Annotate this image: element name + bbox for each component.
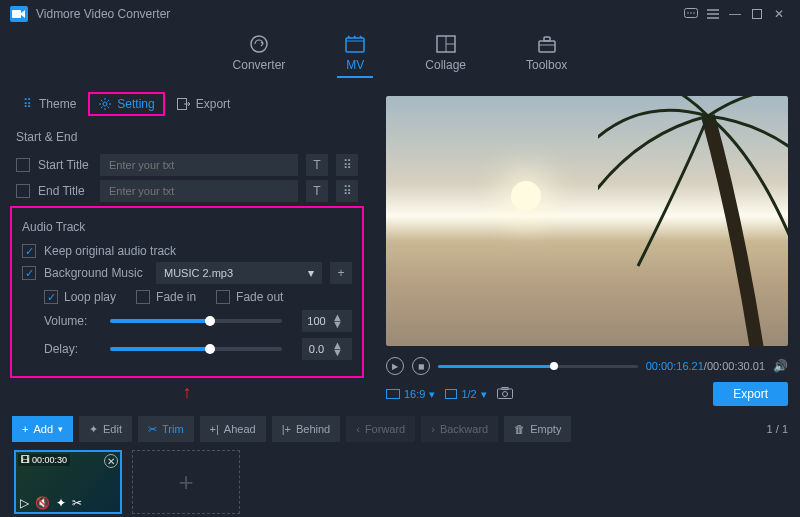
- add-music-button[interactable]: +: [330, 262, 352, 284]
- menu-icon[interactable]: [702, 3, 724, 25]
- svg-point-18: [103, 102, 107, 106]
- end-title-input[interactable]: [100, 180, 298, 202]
- wand-icon: ✦: [89, 423, 98, 436]
- audio-track-section: Audio Track Keep original audio track Ba…: [10, 206, 364, 378]
- bg-music-select[interactable]: MUSIC 2.mp3 ▾: [156, 262, 322, 284]
- volume-value[interactable]: 100▲▼: [302, 310, 352, 332]
- text-style-button[interactable]: T: [306, 154, 328, 176]
- snapshot-button[interactable]: [497, 387, 513, 402]
- forward-button: ‹Forward: [346, 416, 415, 442]
- tab-label: Converter: [233, 58, 286, 72]
- volume-slider[interactable]: [110, 319, 282, 323]
- trim-button[interactable]: ✂Trim: [138, 416, 194, 442]
- bg-music-checkbox[interactable]: [22, 266, 36, 280]
- tab-collage[interactable]: Collage: [417, 34, 474, 78]
- gear-icon: [98, 97, 112, 111]
- scale-select[interactable]: 1/2 ▾: [445, 388, 486, 401]
- tab-label: Toolbox: [526, 58, 567, 72]
- grid-icon: ⠿: [20, 97, 34, 111]
- app-title: Vidmore Video Converter: [36, 7, 680, 21]
- play-icon[interactable]: ▷: [20, 496, 29, 510]
- edit-button[interactable]: ✦Edit: [79, 416, 132, 442]
- keep-audio-checkbox[interactable]: [22, 244, 36, 258]
- subtab-label: Export: [196, 97, 231, 111]
- audio-heading: Audio Track: [16, 214, 358, 240]
- aspect-ratio-select[interactable]: 16:9 ▾: [386, 388, 435, 401]
- app-logo: [10, 6, 28, 22]
- export-button[interactable]: Export: [713, 382, 788, 406]
- delay-slider[interactable]: [110, 347, 282, 351]
- chevron-down-icon: ▾: [429, 388, 435, 401]
- text-align-button[interactable]: ⠿: [336, 180, 358, 202]
- scissors-icon: ✂: [148, 423, 157, 436]
- stop-button[interactable]: ◼: [412, 357, 430, 375]
- fadeout-checkbox[interactable]: [216, 290, 230, 304]
- backward-button: ›Backward: [421, 416, 498, 442]
- seek-slider[interactable]: [438, 365, 638, 368]
- add-clip-slot[interactable]: +: [132, 450, 240, 514]
- add-button[interactable]: +Add▾: [12, 416, 73, 442]
- close-button[interactable]: ✕: [768, 3, 790, 25]
- fadein-checkbox[interactable]: [136, 290, 150, 304]
- behind-button[interactable]: |+Behind: [272, 416, 341, 442]
- delay-value[interactable]: 0.0▲▼: [302, 338, 352, 360]
- svg-rect-0: [12, 10, 21, 18]
- ahead-button[interactable]: +|Ahead: [200, 416, 266, 442]
- keep-audio-label: Keep original audio track: [44, 244, 176, 258]
- empty-button[interactable]: 🗑Empty: [504, 416, 571, 442]
- clip-duration: 🎞00:00:30: [18, 454, 70, 466]
- export-icon: [177, 97, 191, 111]
- tab-toolbox[interactable]: Toolbox: [518, 34, 575, 78]
- volume-icon[interactable]: 🔊: [773, 359, 788, 373]
- bg-music-label: Background Music: [44, 266, 148, 280]
- start-title-input[interactable]: [100, 154, 298, 176]
- bg-music-value: MUSIC 2.mp3: [164, 267, 302, 279]
- delay-label: Delay:: [44, 342, 90, 356]
- chevron-down-icon: ▾: [308, 266, 314, 280]
- start-title-label: Start Title: [38, 158, 92, 172]
- text-style-button[interactable]: T: [306, 180, 328, 202]
- chevron-down-icon: ▾: [481, 388, 487, 401]
- svg-point-9: [251, 36, 267, 52]
- tab-label: Collage: [425, 58, 466, 72]
- tab-label: MV: [346, 58, 364, 72]
- feedback-icon[interactable]: [680, 3, 702, 25]
- tab-converter[interactable]: Converter: [225, 34, 294, 78]
- text-align-button[interactable]: ⠿: [336, 154, 358, 176]
- subtab-theme[interactable]: ⠿ Theme: [10, 92, 86, 116]
- subtab-setting[interactable]: Setting: [88, 92, 164, 116]
- video-preview: [386, 96, 788, 346]
- volume-label: Volume:: [44, 314, 90, 328]
- svg-point-2: [687, 12, 689, 14]
- startend-heading: Start & End: [10, 124, 364, 150]
- clip-counter: 1 / 1: [767, 423, 788, 435]
- toolbox-icon: [537, 34, 557, 54]
- start-title-checkbox[interactable]: [16, 158, 30, 172]
- time-display: 00:00:16.21/00:00:30.01: [646, 360, 765, 372]
- minimize-button[interactable]: —: [724, 3, 746, 25]
- loop-checkbox[interactable]: [44, 290, 58, 304]
- mv-icon: [345, 34, 365, 54]
- subtab-export[interactable]: Export: [167, 92, 241, 116]
- fadein-label: Fade in: [156, 290, 196, 304]
- annotation-arrow: ↑: [10, 382, 364, 403]
- subtab-label: Setting: [117, 97, 154, 111]
- mute-icon[interactable]: 🔇: [35, 496, 50, 510]
- collage-icon: [436, 34, 456, 54]
- svg-rect-20: [387, 390, 400, 399]
- remove-clip-button[interactable]: ✕: [104, 454, 118, 468]
- svg-rect-21: [446, 390, 457, 399]
- tab-mv[interactable]: MV: [337, 34, 373, 78]
- edit-clip-icon[interactable]: ✦: [56, 496, 66, 510]
- end-title-label: End Title: [38, 184, 92, 198]
- play-button[interactable]: ▶: [386, 357, 404, 375]
- end-title-checkbox[interactable]: [16, 184, 30, 198]
- clip-thumbnail[interactable]: 🎞00:00:30 ✕ ▷ 🔇 ✦ ✂: [14, 450, 122, 514]
- trim-clip-icon[interactable]: ✂: [72, 496, 82, 510]
- svg-point-23: [502, 391, 507, 396]
- palm-tree-image: [598, 96, 788, 346]
- svg-rect-15: [539, 41, 555, 52]
- svg-point-4: [693, 12, 695, 14]
- converter-icon: [249, 34, 269, 54]
- maximize-button[interactable]: [746, 3, 768, 25]
